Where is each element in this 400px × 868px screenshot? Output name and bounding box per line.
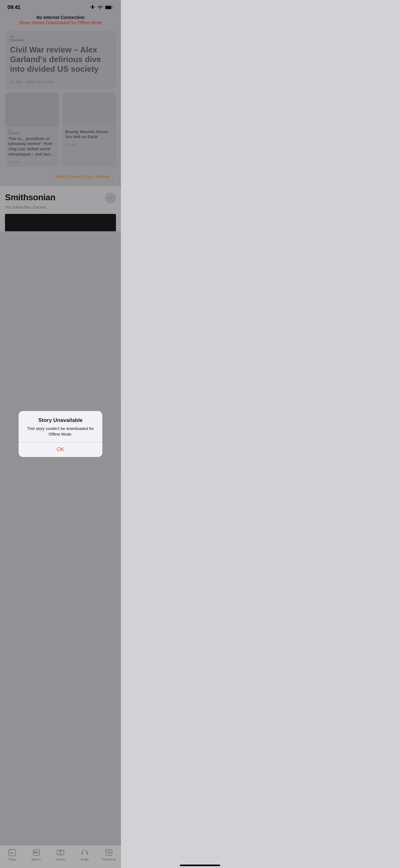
- modal-overlay: Story Unavailable This story couldn't be…: [0, 0, 121, 262]
